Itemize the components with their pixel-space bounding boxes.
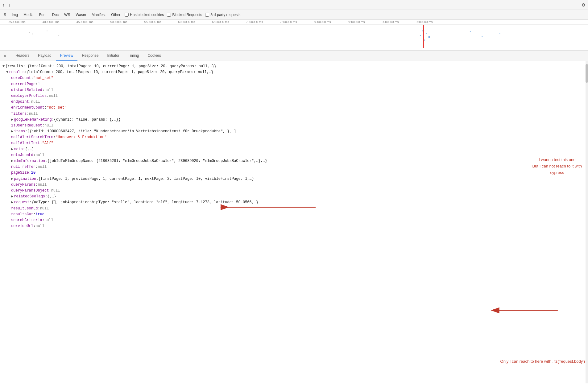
json-meta[interactable]: ▶ meta: {,…}	[0, 147, 588, 152]
pagination-arrow[interactable]: ▶	[11, 176, 13, 182]
relatedseotags-arrow[interactable]: ▶	[11, 194, 13, 200]
json-isusersrequest[interactable]: isUsersRequest: null	[0, 123, 588, 129]
filter-type-manifest[interactable]: Manifest	[90, 12, 107, 18]
filter-type-img[interactable]: Img	[10, 12, 19, 18]
json-endpoint[interactable]: endpoint: null	[0, 99, 588, 105]
scrollbar-thumb[interactable]	[586, 64, 588, 83]
json-currentpage[interactable]: currentPage: 1	[0, 81, 588, 87]
download-icon[interactable]: ↓	[8, 2, 10, 7]
resultjsonld-val: null	[40, 206, 49, 212]
mailalert-searchterm-key: mailAlertSearchTerm	[11, 134, 53, 140]
relatedseotags-val: {,…}	[47, 194, 56, 200]
results-arrow[interactable]: ▼	[6, 69, 8, 75]
json-items[interactable]: ▶ items: [{jobId: 100000602427, title: "…	[0, 129, 588, 134]
tab-preview[interactable]: Preview	[56, 51, 78, 61]
items-val: [{jobId: 100000602427, title: "Kundenbet…	[27, 129, 236, 134]
preview-panel[interactable]: ▼ {results: {totalCount: 200, totalPages…	[0, 61, 588, 383]
timeline-label-9500: 9500000 ms	[407, 20, 441, 24]
has-blocked-cookies-checkbox[interactable]	[125, 13, 129, 17]
timeline-label-6000: 6000000 ms	[170, 20, 204, 24]
filter-type-ws[interactable]: WS	[63, 12, 71, 18]
queryparamsobject-val: null	[51, 188, 60, 194]
svg-point-1	[420, 35, 421, 36]
relatedseotags-key: relatedSeoTags	[14, 194, 45, 200]
json-metajsonld[interactable]: metaJsonLd: null	[0, 152, 588, 158]
filter-type-s[interactable]: S	[2, 12, 7, 18]
pagination-key: pagination	[14, 176, 36, 182]
json-enrichmentcount[interactable]: enrichmentCount: "not_set"	[0, 105, 588, 111]
json-pagination[interactable]: ▶ pagination: {firstPage: 1, previousPag…	[0, 176, 588, 182]
tab-cookies[interactable]: Cookies	[143, 51, 165, 61]
tab-timing[interactable]: Timing	[124, 51, 143, 61]
scrollbar[interactable]	[586, 61, 588, 383]
json-resultscut[interactable]: resultsCut: true	[0, 212, 588, 217]
svg-point-3	[428, 36, 430, 38]
filter-type-doc[interactable]: Doc	[51, 12, 60, 18]
filter-type-media[interactable]: Media	[22, 12, 35, 18]
svg-point-6	[32, 34, 33, 35]
json-request[interactable]: ▶ request: {adType: [], jobApprenticeshi…	[0, 200, 588, 205]
tab-initiator[interactable]: Initiator	[103, 51, 123, 61]
serviceurl-key: serviceUrl	[11, 223, 33, 229]
json-employerprofiles[interactable]: employerProfiles: null	[0, 93, 588, 99]
results-key-label: results	[9, 69, 24, 75]
request-arrow[interactable]: ▶	[11, 200, 13, 205]
third-party-requests-filter[interactable]: 3rd-party requests	[205, 13, 240, 17]
json-relatedseotags[interactable]: ▶ relatedSeoTags: {,…}	[0, 194, 588, 200]
googleremarketing-arrow[interactable]: ▶	[11, 117, 13, 123]
filter-type-other[interactable]: Other	[110, 12, 122, 18]
filter-bar: S Img Media Font Doc WS Wasm Manifest Ot…	[0, 10, 588, 20]
has-blocked-cookies-filter[interactable]: Has blocked cookies	[125, 13, 164, 17]
items-key: items	[14, 129, 25, 134]
tab-headers[interactable]: Headers	[11, 51, 34, 61]
root-arrow[interactable]: ▼	[2, 64, 5, 69]
blocked-requests-filter[interactable]: Blocked Requests	[167, 13, 202, 17]
timeline-label-5500: 5500000 ms	[136, 20, 170, 24]
json-mlminformation[interactable]: ▶ mlmInformation: {jobIdToMlmGroupName: …	[0, 158, 588, 164]
timeline: 3500000 ms 4000000 ms 4500000 ms 5000000…	[0, 20, 588, 51]
items-arrow[interactable]: ▶	[11, 129, 13, 134]
googleremarketing-key: googleRemarketing	[14, 117, 52, 123]
nulltreffer-key: nullTreffer	[11, 164, 35, 170]
close-button[interactable]: ×	[1, 52, 9, 60]
searchcriteria-key: searchCriteria	[11, 217, 42, 223]
json-serviceurl[interactable]: serviceUrl: null	[0, 223, 588, 229]
json-mailalert-text[interactable]: mailAlertText: "Alf"	[0, 140, 588, 146]
svg-point-5	[29, 32, 30, 33]
meta-arrow[interactable]: ▶	[11, 147, 13, 152]
metajsonld-val: null	[35, 152, 44, 158]
json-filters[interactable]: filters: null	[0, 111, 588, 117]
metajsonld-key: metaJsonLd	[11, 152, 33, 158]
timeline-label-5000: 5000000 ms	[102, 20, 136, 24]
gear-icon[interactable]: ⚙	[582, 2, 586, 7]
tab-payload[interactable]: Payload	[34, 51, 56, 61]
json-mailalert-searchterm[interactable]: mailAlertSearchTerm: "Handwerk & Produkt…	[0, 134, 588, 140]
json-distantrelated[interactable]: distantRelated: null	[0, 87, 588, 93]
toolbar-right: ⚙	[582, 2, 586, 7]
queryparams-key: queryParams	[11, 182, 35, 188]
json-root[interactable]: ▼ {results: {totalCount: 200, totalPages…	[0, 64, 588, 69]
json-searchcriteria[interactable]: searchCriteria: null	[0, 217, 588, 223]
resultscut-key: resultsCut	[11, 212, 33, 217]
mlminformation-arrow[interactable]: ▶	[11, 158, 13, 164]
timeline-label-4500: 4500000 ms	[68, 20, 102, 24]
json-queryparams[interactable]: queryParams: null	[0, 182, 588, 188]
json-queryparamsobject[interactable]: queryParamsObject: null	[0, 188, 588, 194]
timeline-label-6500: 6500000 ms	[204, 20, 238, 24]
filter-type-font[interactable]: Font	[38, 12, 48, 18]
filter-type-wasm[interactable]: Wasm	[74, 12, 87, 18]
json-googleremarketing[interactable]: ▶ googleRemarketing: {dynamic: false, pa…	[0, 117, 588, 123]
upload-icon[interactable]: ↑	[2, 2, 5, 7]
tab-response[interactable]: Response	[77, 51, 103, 61]
json-results-key[interactable]: ▼ results: {totalCount: 200, totalPages:…	[0, 69, 588, 75]
svg-point-11	[499, 33, 500, 34]
svg-point-4	[424, 39, 425, 41]
mailalert-text-val: "Alf"	[42, 140, 53, 146]
json-corecount[interactable]: coreCount: "not_set"	[0, 75, 588, 81]
timeline-label-8000: 8000000 ms	[305, 20, 339, 24]
json-resultjsonld[interactable]: resultJsonLd: null	[0, 206, 588, 212]
json-nulltreffer[interactable]: nullTreffer: null	[0, 164, 588, 170]
json-pagesize[interactable]: pageSize: 20	[0, 170, 588, 176]
third-party-requests-checkbox[interactable]	[205, 13, 209, 17]
blocked-requests-checkbox[interactable]	[167, 13, 171, 17]
